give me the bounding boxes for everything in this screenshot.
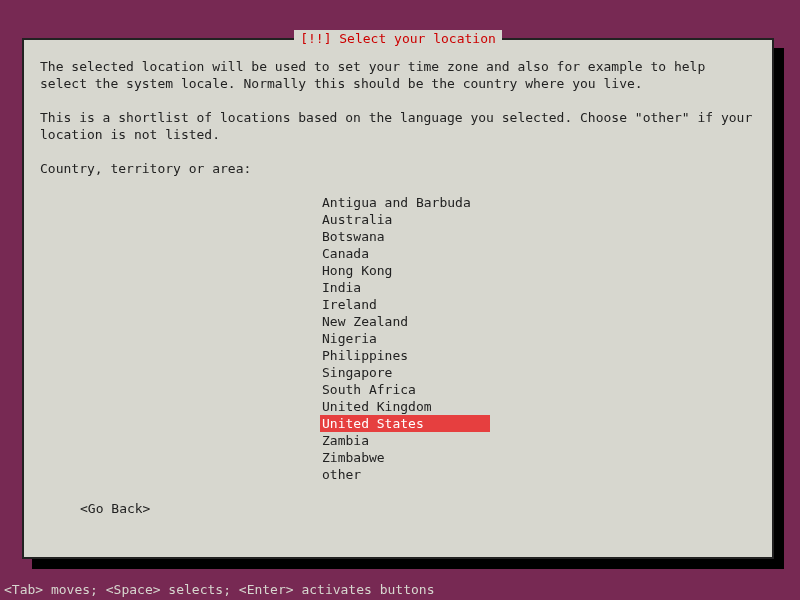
list-item[interactable]: Australia bbox=[320, 211, 394, 228]
dialog-content: The selected location will be used to se… bbox=[24, 40, 772, 527]
list-item[interactable]: Ireland bbox=[320, 296, 379, 313]
list-item[interactable]: Botswana bbox=[320, 228, 387, 245]
location-list[interactable]: Antigua and BarbudaAustraliaBotswanaCana… bbox=[320, 194, 756, 483]
title-text: Select your location bbox=[339, 31, 496, 46]
list-item[interactable]: United States bbox=[320, 415, 490, 432]
dialog-title: [!!] Select your location bbox=[294, 30, 502, 47]
description-2: This is a shortlist of locations based o… bbox=[40, 109, 756, 143]
list-item[interactable]: Zambia bbox=[320, 432, 371, 449]
dialog-title-row: [!!] Select your location bbox=[24, 30, 772, 47]
list-item[interactable]: Hong Kong bbox=[320, 262, 394, 279]
list-item[interactable]: other bbox=[320, 466, 363, 483]
list-item[interactable]: India bbox=[320, 279, 363, 296]
list-item[interactable]: New Zealand bbox=[320, 313, 410, 330]
prompt-label: Country, territory or area: bbox=[40, 160, 756, 177]
description-1: The selected location will be used to se… bbox=[40, 58, 756, 92]
list-item[interactable]: Canada bbox=[320, 245, 371, 262]
list-item[interactable]: Singapore bbox=[320, 364, 394, 381]
list-item[interactable]: Antigua and Barbuda bbox=[320, 194, 473, 211]
footer-hint: <Tab> moves; <Space> selects; <Enter> ac… bbox=[4, 581, 434, 598]
list-item[interactable]: Philippines bbox=[320, 347, 410, 364]
list-item[interactable]: Nigeria bbox=[320, 330, 379, 347]
go-back-button[interactable]: <Go Back> bbox=[80, 501, 150, 516]
title-prefix: [!!] bbox=[300, 31, 331, 46]
list-item[interactable]: South Africa bbox=[320, 381, 418, 398]
list-item[interactable]: Zimbabwe bbox=[320, 449, 387, 466]
location-dialog: [!!] Select your location The selected l… bbox=[22, 38, 774, 559]
list-item[interactable]: United Kingdom bbox=[320, 398, 434, 415]
